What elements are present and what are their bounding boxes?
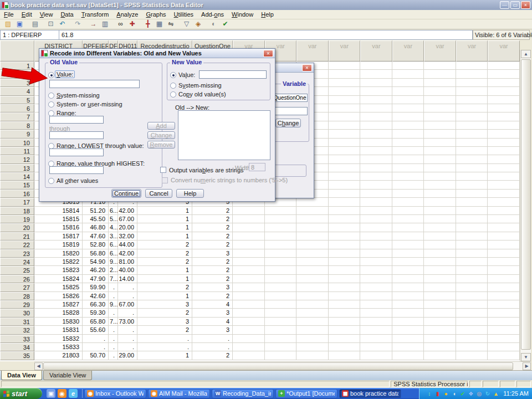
grid-cell-var[interactable]	[296, 309, 329, 317]
change-button[interactable]: Change	[147, 131, 175, 139]
grid-cell-var[interactable]	[360, 104, 392, 112]
old-new-dialog-titlebar[interactable]: Recode into Different Variables: Old and…	[39, 49, 275, 58]
new-value-input[interactable]	[199, 70, 267, 79]
grid-cell[interactable]: 29.00	[118, 351, 137, 360]
grid-cell[interactable]: 51.20	[83, 207, 109, 215]
grid-cell-var[interactable]	[456, 121, 488, 130]
copy-old-values-radio[interactable]	[170, 91, 176, 98]
grid-cell-var[interactable]	[488, 62, 520, 70]
grid-cell-var[interactable]	[392, 70, 424, 78]
grid-cell[interactable]: 2	[137, 283, 192, 291]
grid-cell-var[interactable]	[392, 79, 424, 87]
grid-cell[interactable]: 3	[137, 318, 192, 326]
firefox-icon[interactable]: ◉	[58, 389, 66, 398]
grid-cell-var[interactable]	[488, 258, 520, 266]
horizontal-scroll-thumb[interactable]	[43, 362, 513, 370]
grid-cell-var[interactable]	[360, 215, 392, 223]
grid-cell-var[interactable]	[360, 121, 392, 130]
grid-cell[interactable]: 15814	[34, 207, 83, 215]
grid-cell-var[interactable]	[233, 215, 265, 223]
grid-cell-var[interactable]	[424, 351, 456, 360]
grid-cell-var[interactable]	[392, 232, 424, 241]
column-header-var[interactable]: var	[424, 40, 456, 62]
grid-cell-var[interactable]	[392, 223, 424, 232]
taskbar-task[interactable]: WRecoding_Data_in_S...	[212, 389, 274, 398]
app-icon[interactable]: ▣	[47, 389, 55, 398]
grid-cell-var[interactable]	[329, 104, 361, 112]
grid-cell[interactable]: 15828	[34, 309, 83, 317]
grid-cell[interactable]: 7...	[109, 318, 118, 326]
restore-button[interactable]: ▭	[510, 1, 520, 9]
menu-item[interactable]: Window	[228, 10, 257, 19]
grid-cell-var[interactable]	[296, 207, 329, 215]
grid-cell-var[interactable]	[424, 96, 456, 104]
grid-cell-var[interactable]	[424, 130, 456, 138]
grid-cell[interactable]: .	[83, 343, 109, 351]
grid-cell[interactable]: 1	[137, 292, 192, 300]
grid-cell-var[interactable]	[456, 300, 488, 309]
grid-cell-var[interactable]	[329, 130, 361, 138]
grid-cell-var[interactable]	[233, 207, 265, 215]
grid-cell-var[interactable]	[424, 147, 456, 155]
grid-cell[interactable]: 2	[192, 215, 233, 223]
grid-cell-var[interactable]	[488, 198, 520, 206]
grid-cell-var[interactable]	[265, 241, 297, 249]
grid-cell[interactable]: 3	[192, 249, 233, 258]
grid-cell-var[interactable]	[488, 326, 520, 334]
check-icon[interactable]: ✔	[458, 390, 467, 398]
grid-cell[interactable]: 46.80	[83, 223, 109, 232]
scroll-down-button[interactable]: ▼	[521, 353, 531, 361]
grid-cell[interactable]: 67.00	[118, 215, 137, 223]
row-header-28[interactable]: 28	[0, 292, 34, 300]
grid-cell-var[interactable]	[392, 266, 424, 274]
grid-cell[interactable]: 45.50	[83, 215, 109, 223]
grid-cell-var[interactable]	[424, 232, 456, 241]
grid-cell-var[interactable]	[456, 326, 488, 334]
grid-cell-var[interactable]	[233, 266, 265, 274]
grid-cell-var[interactable]	[424, 223, 456, 232]
sync-arrows-icon[interactable]: ↕	[425, 390, 433, 398]
insert-variable-icon[interactable]: ╋	[142, 19, 154, 29]
taskbar-task[interactable]: +*Output1 [Document...	[275, 389, 337, 398]
grid-cell-var[interactable]	[488, 96, 520, 104]
grid-cell-var[interactable]	[392, 318, 424, 326]
grid-cell[interactable]: 7...	[109, 275, 118, 283]
grid-cell-var[interactable]	[296, 232, 329, 241]
grid-cell-var[interactable]	[488, 190, 520, 198]
grid-cell[interactable]: 2	[137, 309, 192, 317]
grid-cell[interactable]: 52.80	[83, 241, 109, 249]
row-header-8[interactable]: 8	[0, 121, 34, 130]
grid-cell-var[interactable]	[456, 215, 488, 223]
grid-cell-var[interactable]	[329, 249, 361, 258]
grid-cell-var[interactable]	[329, 181, 361, 189]
grid-cell-var[interactable]	[329, 112, 361, 121]
grid-cell-var[interactable]	[392, 62, 424, 70]
grid-cell[interactable]: 15833	[34, 343, 83, 351]
grid-cell-var[interactable]	[456, 190, 488, 198]
grid-cell[interactable]: 6...	[109, 249, 118, 258]
grid-cell-var[interactable]	[360, 147, 392, 155]
grid-cell-var[interactable]	[360, 70, 392, 78]
grid-cell-var[interactable]	[424, 112, 456, 121]
row-header-10[interactable]: 10	[0, 139, 34, 147]
grid-cell-var[interactable]	[265, 249, 297, 258]
grid-cell-var[interactable]	[233, 318, 265, 326]
grid-cell-var[interactable]	[296, 318, 329, 326]
grid-cell[interactable]: 3	[137, 300, 192, 309]
grid-cell-var[interactable]	[488, 309, 520, 317]
recode-main-close-button[interactable]: ×	[302, 64, 312, 71]
grid-cell-var[interactable]	[233, 223, 265, 232]
grid-cell[interactable]: .	[137, 335, 192, 343]
grid-cell-var[interactable]	[360, 190, 392, 198]
menu-item[interactable]: Utilities	[170, 10, 197, 19]
grid-cell-var[interactable]	[488, 266, 520, 274]
grid-cell-var[interactable]	[424, 121, 456, 130]
grid-cell[interactable]: 2	[192, 241, 233, 249]
grid-cell-var[interactable]	[329, 318, 361, 326]
grid-cell-var[interactable]	[360, 139, 392, 147]
grid-cell-var[interactable]	[424, 300, 456, 309]
grid-cell-var[interactable]	[296, 249, 329, 258]
row-header-29[interactable]: 29	[0, 300, 34, 309]
grid-cell-var[interactable]	[360, 87, 392, 95]
grid-cell-var[interactable]	[392, 292, 424, 300]
